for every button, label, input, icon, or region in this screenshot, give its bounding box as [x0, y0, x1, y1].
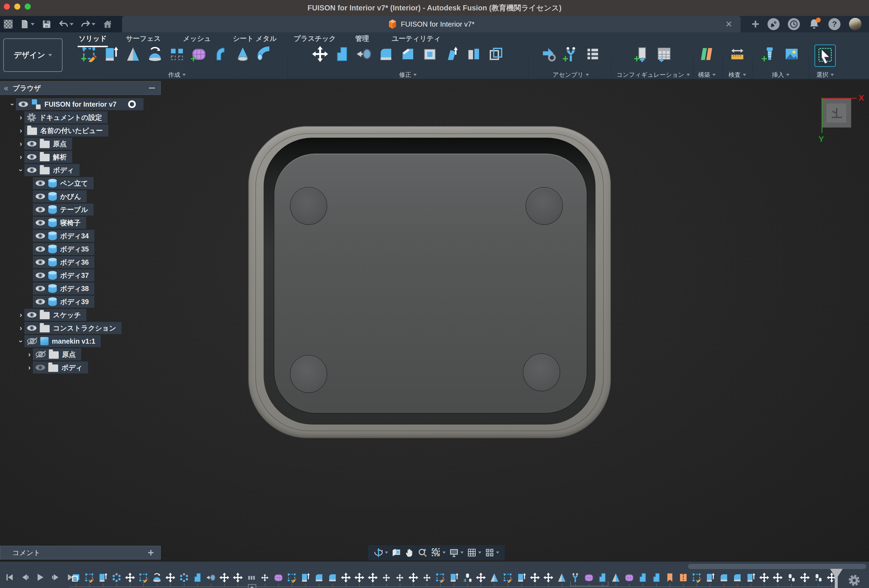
tab-mesh[interactable]: メッシュ: [183, 34, 211, 45]
browser-row[interactable]: テーブル: [33, 203, 93, 216]
visibility-off-icon[interactable]: [27, 338, 37, 344]
insert-component-button[interactable]: [540, 44, 558, 64]
group-label-create[interactable]: 作成: [68, 71, 285, 79]
add-comment-button[interactable]: +: [148, 547, 154, 558]
browser-row[interactable]: ›コンストラクション: [24, 322, 122, 334]
extensions-icon[interactable]: [768, 18, 780, 30]
file-menu-button[interactable]: [20, 19, 34, 29]
tab-sheet-metal[interactable]: シート メタル: [233, 34, 277, 45]
visibility-off-icon[interactable]: [36, 351, 46, 357]
group-label-insert[interactable]: 挿入: [756, 71, 805, 79]
visibility-icon[interactable]: [27, 154, 37, 160]
timeline-feature-extrude[interactable]: [97, 572, 108, 583]
browser-row[interactable]: ›スケッチ: [24, 309, 86, 321]
close-window-button[interactable]: [4, 4, 10, 10]
timeline-feature-presspull[interactable]: [637, 572, 648, 583]
configuration-table-button[interactable]: [655, 44, 673, 64]
offset-face-button[interactable]: [486, 44, 505, 64]
chevron-closed-icon[interactable]: ›: [26, 350, 33, 359]
timeline-feature-fillet[interactable]: [327, 572, 338, 583]
timeline-feature-extrude[interactable]: [516, 572, 527, 583]
timeline-feature-move[interactable]: [759, 572, 770, 583]
close-tab-icon[interactable]: ×: [722, 17, 736, 31]
model-foot[interactable]: [291, 356, 327, 392]
timeline-feature-fillet[interactable]: [313, 572, 325, 583]
browser-row[interactable]: ›ボディ: [24, 164, 80, 176]
browser-row[interactable]: ペン立て: [33, 177, 93, 189]
timeline-feature-move[interactable]: [354, 572, 365, 583]
grid-snap-button[interactable]: [467, 548, 481, 558]
group-label-modify[interactable]: 修正: [291, 71, 525, 79]
chevron-closed-icon[interactable]: ›: [17, 153, 24, 161]
look-at-button[interactable]: [391, 548, 401, 558]
fit-button[interactable]: [431, 548, 446, 558]
timeline-group-expand-button[interactable]: +: [248, 584, 256, 588]
insert-fastener-button[interactable]: [761, 44, 779, 64]
chevron-closed-icon[interactable]: ›: [26, 363, 33, 372]
view-orientation-indicator[interactable]: X Y: [820, 96, 869, 145]
minimize-window-button[interactable]: [14, 4, 20, 10]
timeline-feature-move[interactable]: [799, 572, 810, 583]
shell-button[interactable]: [421, 44, 439, 64]
timeline-feature-replace[interactable]: [205, 572, 217, 583]
new-tab-button[interactable]: +: [752, 18, 759, 30]
timeline-feature-move[interactable]: [381, 572, 392, 583]
timeline-feature-extrude[interactable]: [745, 572, 756, 583]
timeline-feature-form[interactable]: [273, 572, 284, 583]
configuration-button[interactable]: [633, 44, 651, 64]
activate-component-icon[interactable]: [126, 98, 138, 110]
timeline-feature-fillet[interactable]: [732, 572, 743, 583]
home-view-button[interactable]: [102, 19, 113, 29]
timeline-feature-move[interactable]: [232, 572, 243, 583]
chevron-closed-icon[interactable]: ›: [17, 113, 24, 122]
fillet-button[interactable]: [377, 44, 395, 64]
browser-row[interactable]: ›FUISON for Interior v7: [16, 98, 144, 110]
chamfer-button[interactable]: [399, 44, 417, 64]
browser-row[interactable]: ボディ36: [33, 256, 94, 268]
visibility-icon[interactable]: [19, 101, 28, 107]
visibility-icon[interactable]: [36, 299, 45, 304]
collapse-panel-icon[interactable]: «: [4, 83, 9, 93]
browser-row[interactable]: ›manekin v1:1: [24, 335, 101, 347]
timeline-feature-extrude[interactable]: [705, 572, 716, 583]
timeline-feature-extrude[interactable]: [300, 572, 311, 583]
timeline-feature-split[interactable]: [678, 572, 689, 583]
group-label-configuration[interactable]: コンフィギュレーション: [616, 71, 690, 79]
visibility-icon[interactable]: [27, 312, 37, 318]
browser-row[interactable]: ›解析: [24, 151, 72, 163]
account-avatar[interactable]: [849, 18, 862, 31]
chevron-closed-icon[interactable]: ›: [17, 139, 24, 148]
timeline-feature-copy[interactable]: [786, 572, 797, 583]
sweep-path-button[interactable]: [212, 44, 230, 64]
chevron-open-icon[interactable]: ›: [17, 338, 25, 345]
browser-row[interactable]: ›ボディ: [33, 361, 88, 373]
move-button[interactable]: [311, 44, 329, 64]
measure-button[interactable]: [728, 44, 746, 64]
comments-bar[interactable]: コメント +: [0, 546, 161, 560]
canvas-button[interactable]: [783, 44, 801, 64]
timeline-feature-move[interactable]: [394, 572, 405, 583]
timeline-feature-fillet[interactable]: [718, 572, 730, 583]
timeline-feature-sketch[interactable]: [435, 572, 446, 583]
timeline-feature-revolve[interactable]: [610, 572, 621, 583]
browser-row[interactable]: ›原点: [33, 348, 81, 360]
document-tab[interactable]: FUISON for Interior v7* ×: [122, 16, 741, 33]
timeline-feature-hole[interactable]: [664, 572, 675, 583]
browser-row[interactable]: 寝椅子: [33, 217, 86, 229]
timeline-feature-move[interactable]: [340, 572, 351, 583]
undo-button[interactable]: [59, 19, 74, 29]
timeline-feature-move[interactable]: [165, 572, 176, 583]
timeline-feature-presspull[interactable]: [192, 572, 203, 583]
timeline-feature-move[interactable]: [408, 572, 419, 583]
timeline-feature-form[interactable]: [624, 572, 635, 583]
pan-button[interactable]: [405, 548, 414, 558]
browser-row[interactable]: ボディ38: [33, 283, 94, 295]
revolve-button[interactable]: [124, 44, 142, 64]
timeline-feature-sketch[interactable]: [84, 572, 95, 583]
tab-manage[interactable]: 管理: [355, 34, 369, 45]
browser-row[interactable]: ›原点: [24, 138, 72, 150]
visibility-icon[interactable]: [36, 220, 45, 225]
timeline-feature-presspull[interactable]: [651, 572, 662, 583]
browser-row[interactable]: かびん: [33, 190, 87, 202]
chevron-closed-icon[interactable]: ›: [17, 324, 24, 332]
